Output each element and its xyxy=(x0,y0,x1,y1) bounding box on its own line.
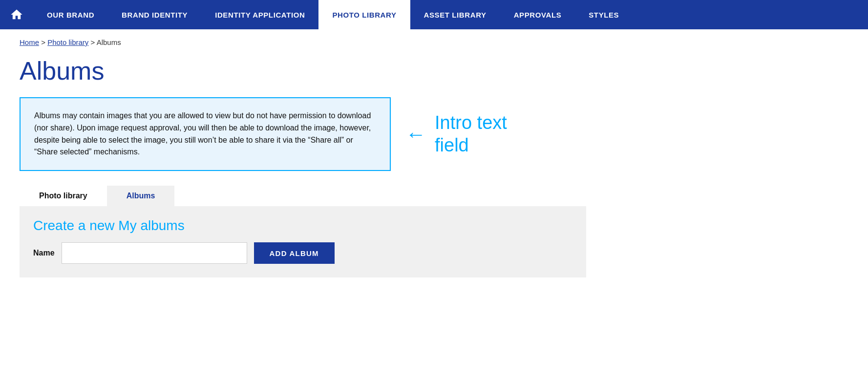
home-icon xyxy=(10,8,23,21)
page-title: Albums xyxy=(0,51,868,97)
nav-item-photo-library[interactable]: PHOTO LIBRARY xyxy=(318,0,410,29)
breadcrumb-home[interactable]: Home xyxy=(20,38,39,46)
intro-annotation-label: Intro textfield xyxy=(435,112,507,156)
nav-item-approvals[interactable]: APPROVALS xyxy=(500,0,575,29)
album-name-input[interactable] xyxy=(62,242,247,264)
create-album-title: Create a new My albums xyxy=(33,218,572,234)
nav-item-brand-identity[interactable]: BRAND IDENTITY xyxy=(108,0,201,29)
nav-item-our-brand[interactable]: OUR BRAND xyxy=(33,0,108,29)
breadcrumb-separator-2: > xyxy=(91,38,97,46)
intro-text: Albums may contain images that you are a… xyxy=(34,110,376,158)
intro-annotation: ← Intro textfield xyxy=(405,112,507,156)
tab-albums[interactable]: Albums xyxy=(107,186,175,206)
home-button[interactable] xyxy=(0,0,33,29)
breadcrumb-separator-1: > xyxy=(41,38,47,46)
tabs-header: Photo library Albums xyxy=(20,186,352,206)
main-nav: OUR BRAND BRAND IDENTITY IDENTITY APPLIC… xyxy=(0,0,868,29)
intro-text-box: Albums may contain images that you are a… xyxy=(20,97,391,171)
album-name-label: Name xyxy=(33,249,55,257)
nav-item-identity-application[interactable]: IDENTITY APPLICATION xyxy=(201,0,318,29)
nav-item-asset-library[interactable]: ASSET LIBRARY xyxy=(410,0,500,29)
tab-photo-library[interactable]: Photo library xyxy=(20,186,107,206)
breadcrumb: Home > Photo library > Albums xyxy=(0,29,868,51)
tabs-section: Photo library Albums xyxy=(0,186,371,206)
arrow-left-icon: ← xyxy=(405,124,426,145)
intro-area: Albums may contain images that you are a… xyxy=(0,97,868,186)
breadcrumb-current: Albums xyxy=(97,38,121,46)
breadcrumb-photo-library[interactable]: Photo library xyxy=(47,38,88,46)
create-album-panel: Create a new My albums Name ADD ALBUM xyxy=(20,206,586,277)
album-form: Name ADD ALBUM xyxy=(33,242,572,264)
nav-item-styles[interactable]: STYLES xyxy=(575,0,633,29)
add-album-button[interactable]: ADD ALBUM xyxy=(254,242,335,264)
